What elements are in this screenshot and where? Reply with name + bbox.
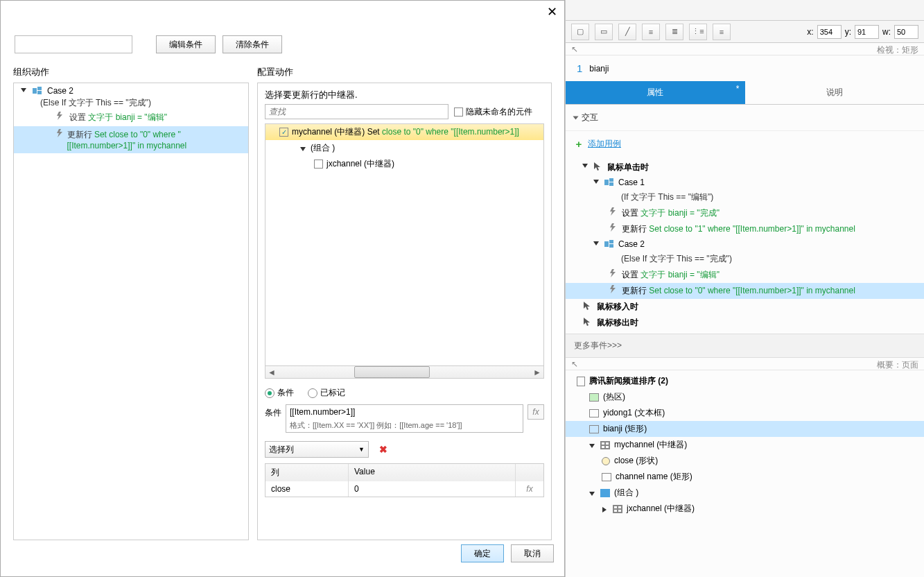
expand-icon[interactable]: [300, 147, 306, 151]
table-row[interactable]: close 0 fx: [265, 481, 543, 497]
event-onclick[interactable]: 鼠标单击时: [566, 160, 924, 175]
action-update-row[interactable]: 更新行 Set close to "0" where "[[Item.numbe…: [14, 126, 248, 153]
expand-icon[interactable]: [593, 241, 599, 246]
svg-marker-10: [610, 223, 616, 232]
configure-panel: 选择要更新行的中继器. 隐藏未命名的元件 mychannel (中继器) Set…: [257, 83, 552, 540]
collapse-icon[interactable]: ↖: [571, 44, 578, 53]
section-interactions[interactable]: 交互: [566, 105, 924, 131]
outline-item[interactable]: mychannel (中继器): [566, 437, 924, 453]
condition-name-input[interactable]: [15, 35, 132, 53]
tab-properties[interactable]: 属性*: [566, 81, 745, 104]
scroll-thumb[interactable]: [354, 366, 430, 378]
delete-icon[interactable]: ✖: [379, 444, 387, 455]
action-item[interactable]: 设置 文字于 bianji = "编辑": [566, 267, 924, 283]
action-label: 更新行 Set close to "0" where "[[Item.numbe…: [67, 129, 243, 150]
cursor-icon: [582, 301, 593, 311]
tab-notes[interactable]: 说明: [745, 81, 925, 104]
bolt-icon: [609, 285, 618, 293]
case-condition-text: (Else If 文字于 This == "完成"): [14, 97, 248, 109]
cell-value[interactable]: 0: [349, 481, 516, 497]
list-icon[interactable]: ⋮≡: [689, 24, 707, 40]
svg-rect-12: [609, 240, 613, 243]
ok-button[interactable]: 确定: [461, 544, 504, 562]
condition-input[interactable]: [286, 405, 523, 419]
w-input[interactable]: [894, 25, 918, 39]
more-icon[interactable]: ≡: [713, 24, 731, 40]
action-item[interactable]: 更新行 Set close to "1" where "[[Item.numbe…: [566, 221, 924, 237]
edit-condition-button[interactable]: 编辑条件: [156, 35, 216, 53]
add-case-link[interactable]: +添加用例: [566, 131, 924, 157]
hide-unnamed-checkbox[interactable]: 隐藏未命名的元件: [454, 106, 532, 118]
expand-icon[interactable]: [589, 492, 595, 496]
align-icon[interactable]: ≡: [642, 24, 660, 40]
y-input[interactable]: [855, 25, 879, 39]
cursor-icon: [593, 162, 604, 171]
cancel-button[interactable]: 取消: [511, 544, 554, 562]
widget-name-text[interactable]: bianji: [589, 64, 609, 74]
cell-column: close: [265, 481, 349, 497]
svg-rect-0: [33, 88, 37, 94]
outline-item[interactable]: (热区): [566, 389, 924, 405]
inspect-label: 检视：矩形: [877, 44, 918, 53]
tree-item-group[interactable]: (组合 ): [265, 140, 543, 156]
outline-item[interactable]: (组合 ): [566, 485, 924, 501]
case-node[interactable]: Case 2: [566, 237, 924, 251]
svg-marker-14: [610, 269, 616, 277]
svg-marker-15: [610, 285, 616, 293]
outline-item[interactable]: close (形状): [566, 453, 924, 469]
radio-condition[interactable]: 条件: [265, 387, 294, 399]
case-node[interactable]: Case 1: [566, 175, 924, 189]
case-title: Case 2: [47, 86, 73, 96]
fx-button[interactable]: fx: [528, 404, 544, 420]
expand-icon[interactable]: [593, 180, 599, 184]
action-set-text[interactable]: 设置 文字于 bianji = "编辑": [14, 109, 248, 126]
border-icon[interactable]: ▭: [595, 24, 613, 40]
tree-item-mychannel[interactable]: mychannel (中继器) Set close to "0" where "…: [265, 124, 543, 140]
fill-icon[interactable]: ▢: [571, 24, 589, 40]
case-condition: (Else If 文字于 This == "完成"): [566, 251, 924, 267]
checkbox-icon[interactable]: [279, 128, 288, 137]
tree-item-jxchannel[interactable]: jxchannel (中继器): [265, 156, 543, 172]
checkbox-icon[interactable]: [314, 160, 323, 169]
expand-icon[interactable]: [602, 507, 607, 513]
cursor-icon: [582, 317, 593, 327]
fx-icon[interactable]: fx: [521, 484, 538, 494]
action-item[interactable]: 更新行 Set close to "0" where "[[Item.numbe…: [566, 283, 924, 299]
svg-marker-9: [610, 207, 616, 216]
valign-icon[interactable]: ≣: [665, 24, 683, 40]
event-mouseover[interactable]: 鼠标移入时: [566, 299, 924, 315]
scroll-left-icon[interactable]: ◄: [265, 366, 278, 378]
outline-item[interactable]: jxchannel (中继器): [566, 501, 924, 517]
bolt-icon: [55, 112, 65, 120]
x-input[interactable]: [817, 25, 842, 39]
search-input[interactable]: [265, 104, 448, 119]
outline-item[interactable]: yidong1 (文本框): [566, 405, 924, 421]
expand-icon[interactable]: [21, 88, 26, 92]
widget-tree[interactable]: mychannel (中继器) Set close to "0" where "…: [265, 123, 544, 366]
action-item[interactable]: 设置 文字于 bianji = "完成": [566, 205, 924, 221]
action-label: 设置 文字于 bianji = "编辑": [69, 112, 167, 123]
outline-item-bianji[interactable]: bianji (矩形): [566, 421, 924, 437]
clear-condition-button[interactable]: 清除条件: [223, 35, 282, 53]
columns-table: 列 Value close 0 fx: [265, 463, 544, 497]
line-icon[interactable]: ╱: [618, 24, 636, 40]
bolt-icon: [609, 269, 618, 277]
outline-root[interactable]: 腾讯新闻频道排序 (2): [566, 373, 924, 389]
case-condition: (If 文字于 This == "编辑"): [566, 189, 924, 205]
horizontal-scrollbar[interactable]: ◄ ►: [265, 366, 544, 379]
expand-icon[interactable]: [582, 164, 588, 168]
scroll-right-icon[interactable]: ►: [531, 366, 543, 378]
column-select[interactable]: 选择列▼: [265, 441, 369, 458]
outline-item[interactable]: channel name (矩形): [566, 469, 924, 485]
event-mouseout[interactable]: 鼠标移出时: [566, 315, 924, 331]
collapse-icon[interactable]: ↖: [571, 359, 578, 368]
case-node[interactable]: Case 2: [14, 83, 248, 97]
close-icon[interactable]: ✕: [547, 4, 557, 19]
condition-label: 条件: [265, 404, 281, 419]
radio-marked[interactable]: 已标记: [308, 387, 345, 399]
more-events-link[interactable]: 更多事件>>>: [566, 334, 924, 358]
hotspot-icon: [589, 393, 599, 402]
expand-icon[interactable]: [589, 444, 595, 448]
svg-rect-6: [604, 180, 609, 185]
events-tree: 鼠标单击时 Case 1 (If 文字于 This == "编辑") 设置 文字…: [566, 157, 924, 334]
